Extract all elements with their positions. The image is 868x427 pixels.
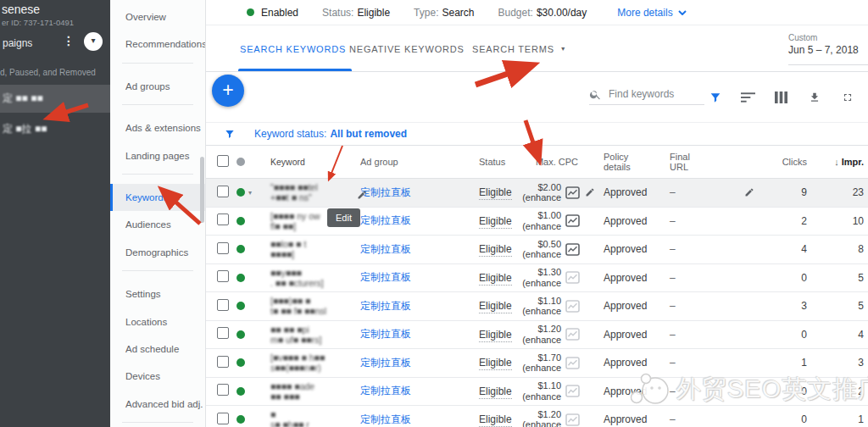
campaign-item[interactable]: 定 ■■ ■■ (0, 85, 110, 113)
sidebar-item-audiences[interactable]: Audiences (110, 211, 205, 238)
policy-cell: Approved (583, 300, 656, 312)
search-placeholder: Find keywords (609, 88, 674, 100)
col-header-impressions[interactable]: ↓Impr. (807, 157, 868, 167)
download-icon[interactable] (807, 90, 821, 104)
keyword-cell[interactable]: ■■lo■ ■ t■■■■] (260, 239, 360, 259)
campaign-state-label[interactable]: Enabled (261, 7, 298, 19)
row-checkbox[interactable] (206, 242, 231, 257)
row-checkbox[interactable] (206, 214, 231, 228)
keyword-status-dot (231, 358, 260, 367)
keyword-status-dot (231, 387, 260, 396)
kebab-menu-icon[interactable]: ⋮ (63, 33, 75, 48)
bid-chart-icon[interactable] (561, 385, 583, 397)
row-checkbox[interactable] (206, 356, 231, 370)
keyword-cell[interactable]: [■v■■■ ■ h■■s■■(■■■n■r) (260, 352, 360, 373)
sidebar-item-landing-pages[interactable]: Landing pages (110, 142, 205, 169)
sidebar-item-ads-extensions[interactable]: Ads & extensions (110, 114, 205, 141)
col-header-status[interactable]: Status (453, 157, 521, 167)
impressions-cell: 8 (807, 243, 868, 255)
bid-chart-icon[interactable] (561, 357, 583, 369)
keyword-cell[interactable]: "■■■■ ■■tel+■■t ■ ns" (260, 182, 360, 202)
clicks-cell: 0 (707, 413, 807, 425)
table-row: ■s■ ■h■■ r定制拉直板Eligible$1.20(enhanceAppr… (206, 406, 868, 427)
sidebar-item-recommendations[interactable]: Recommendations (110, 30, 205, 58)
sidebar-item-devices[interactable]: Devices (110, 363, 205, 390)
row-checkbox[interactable] (206, 327, 231, 341)
subnav-scrollbar[interactable] (200, 157, 204, 223)
ad-group-link[interactable]: 定制拉直板 (360, 214, 453, 228)
search-input[interactable]: Find keywords (589, 84, 704, 105)
col-header-keyword[interactable]: Keyword (260, 157, 360, 167)
row-checkbox[interactable] (206, 270, 231, 285)
chevron-down-icon[interactable]: ▾ (248, 189, 252, 197)
sidebar-item-ad-groups[interactable]: Ad groups (110, 73, 205, 100)
expand-icon[interactable] (840, 90, 854, 104)
tab-search-keywords[interactable]: SEARCH KEYWORDS (240, 25, 346, 72)
row-checkbox[interactable] (206, 413, 231, 427)
ad-group-link[interactable]: 定制拉直板 (360, 299, 453, 313)
filter-icon (224, 128, 236, 140)
sidebar-item-overview[interactable]: Overview (110, 3, 205, 30)
edit-keyword-icon[interactable] (357, 190, 367, 202)
segment-icon[interactable] (741, 90, 755, 104)
main-content: Enabled Status: Eligible Type: Search Bu… (206, 0, 868, 427)
bid-chart-icon[interactable] (561, 328, 583, 341)
sidebar-item-settings[interactable]: Settings (110, 280, 205, 308)
policy-cell: Approved (583, 413, 656, 425)
ad-group-link[interactable]: 定制拉直板 (360, 242, 453, 257)
tab-search-terms[interactable]: SEARCH TERMS ▼ (472, 25, 567, 72)
keyword-status-dot[interactable]: ▾ (231, 188, 260, 197)
ad-group-link[interactable]: 定制拉直板 (360, 413, 453, 427)
keyword-cell[interactable]: ■s■ ■h■■ r (260, 409, 360, 427)
sidebar-item-demographics[interactable]: Demographics (110, 239, 205, 266)
keyword-cell[interactable]: ■■y■■■. ■■ ■cturers] (260, 268, 360, 288)
edit-policy-icon[interactable] (585, 187, 595, 200)
col-header-ad-group[interactable]: Ad group (360, 157, 453, 167)
campaign-item[interactable]: 定 ■拉 ■■ (0, 115, 110, 143)
select-all-checkbox[interactable] (206, 155, 231, 169)
keyword-cell[interactable]: ■■ ■■ ■pim■ uf■ ■■rs] (260, 324, 360, 345)
row-checkbox[interactable] (206, 384, 231, 398)
sidebar-item-ad-schedule[interactable]: Ad schedule (110, 336, 205, 363)
col-header-final-url[interactable]: Final URL (656, 152, 707, 172)
status-cell: Eligible (453, 357, 521, 369)
tab-negative-keywords[interactable]: NEGATIVE KEYWORDS (349, 25, 465, 72)
col-header-max-cpc[interactable]: Max. CPC (521, 157, 583, 167)
bid-chart-icon[interactable] (561, 300, 583, 313)
bid-chart-icon[interactable] (561, 413, 583, 426)
table-row: ■■y■■■. ■■ ■cturers]定制拉直板Eligible$1.30(e… (206, 264, 868, 293)
sidebar-item-locations[interactable]: Locations (110, 308, 205, 336)
col-header-clicks[interactable]: Clicks (707, 157, 807, 167)
filter-icon[interactable] (708, 90, 722, 104)
final-url-cell: – (656, 357, 707, 369)
date-range-type: Custom (788, 33, 863, 42)
status-cell: Eligible (453, 300, 521, 312)
ad-group-link[interactable]: 定制拉直板 (360, 270, 453, 285)
bid-chart-icon[interactable] (561, 186, 583, 199)
applied-filter-bar[interactable]: Keyword status: All but removed (206, 123, 868, 146)
collapse-sidebar-button[interactable]: ▾ (84, 32, 103, 51)
bid-chart-icon[interactable] (561, 271, 583, 284)
ad-group-link[interactable]: 定制拉直板 (360, 356, 453, 370)
bid-chart-icon[interactable] (561, 243, 583, 256)
sidebar-item-advanced-bid-adj-[interactable]: Advanced bid adj. (110, 391, 205, 418)
bid-chart-icon[interactable] (561, 214, 583, 227)
keyword-status-dot (231, 245, 260, 253)
keyword-cell[interactable]: [■■■)■■ ■t■ ■■ f■ ■■nsl (260, 296, 360, 316)
sidebar-item-keywords[interactable]: Keywords (110, 184, 205, 211)
row-checkbox[interactable] (206, 299, 231, 313)
policy-cell: Approved (583, 215, 656, 227)
columns-icon[interactable] (774, 90, 788, 104)
keyword-cell[interactable]: ■■■■ ■ade■■ ■■■ (260, 381, 360, 402)
more-details-link[interactable]: More details (617, 7, 686, 19)
ad-group-link[interactable]: 定制拉直板 (360, 186, 453, 200)
ad-group-link[interactable]: 定制拉直板 (360, 384, 453, 398)
ad-group-link[interactable]: 定制拉直板 (360, 327, 453, 341)
keyword-status-dot (231, 330, 260, 339)
date-range-picker[interactable]: Custom Jun 5 – 7, 2018 (788, 33, 863, 56)
add-keyword-button[interactable]: + (212, 75, 244, 107)
col-header-policy-details[interactable]: Policy details (583, 152, 656, 172)
row-checkbox[interactable] (206, 186, 231, 200)
edit-final-url-icon[interactable] (744, 187, 754, 200)
clicks-cell: 4 (707, 243, 807, 255)
